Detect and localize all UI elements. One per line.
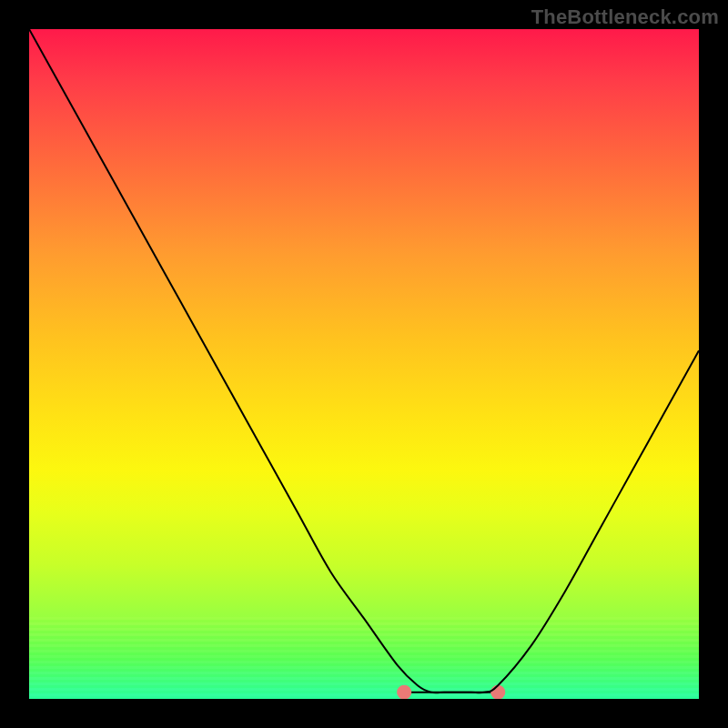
trough-dot-right: [490, 685, 505, 699]
line-series: [29, 29, 699, 693]
trough-dot-left: [397, 685, 411, 699]
curve-layer: [29, 29, 699, 699]
plot-area: [29, 29, 699, 699]
watermark-text: TheBottleneck.com: [531, 5, 719, 29]
